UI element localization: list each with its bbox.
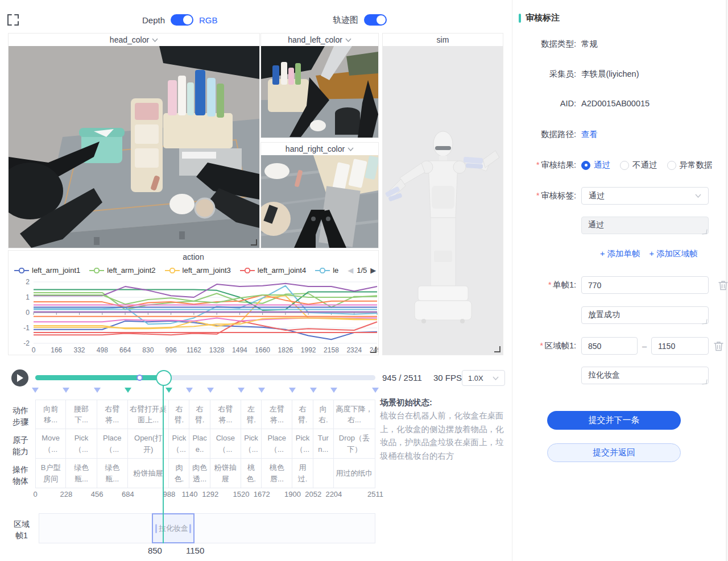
head-camera-selector[interactable]: head_color (9, 34, 259, 46)
resize-handle[interactable] (251, 239, 257, 246)
legend-prev-icon[interactable]: ◀ (348, 267, 353, 274)
region-frame-highlight[interactable]: 拉化妆盒 (152, 513, 195, 543)
required-asterisk: * (536, 160, 539, 169)
step-cell-step[interactable]: 腰部下... (66, 400, 97, 429)
step-cell-step[interactable]: 左臂. (241, 400, 262, 429)
frame-boundary-marker[interactable] (372, 388, 379, 393)
review-result-label: *审核结果: (512, 160, 576, 171)
hand-right-camera-selector[interactable]: hand_right_color (261, 143, 378, 155)
step-cell-object[interactable]: 用过的纸巾 (334, 459, 375, 488)
step-cell-step[interactable]: 高度下降，右... (334, 400, 375, 429)
depth-rgb-switch[interactable] (171, 14, 193, 26)
data-path-view-link[interactable]: 查看 (581, 129, 598, 140)
step-cell-skill[interactable]: Drop（丢下） (334, 429, 375, 459)
step-cell-skill[interactable]: Pick（... (292, 429, 313, 459)
step-cell-step[interactable]: 向右. (313, 400, 334, 429)
legend-item[interactable]: left_arm_joint4 (240, 266, 306, 275)
step-cell-object[interactable]: 肉色透... (189, 459, 210, 488)
svg-text:996: 996 (166, 346, 177, 354)
resize-handle[interactable] (370, 347, 377, 353)
step-cell-skill[interactable]: Place（... (97, 429, 128, 459)
submit-next-button[interactable]: 提交并下一条 (547, 411, 681, 430)
resize-handle[interactable] (494, 346, 500, 352)
delete-region-frame-icon[interactable] (714, 341, 723, 351)
frame-boundary-marker[interactable] (63, 388, 69, 393)
frame-boundary-marker[interactable] (166, 388, 172, 393)
frame-boundary-marker[interactable] (32, 388, 39, 393)
svg-text:2324: 2324 (346, 346, 362, 354)
submit-return-button[interactable]: 提交并返回 (547, 443, 681, 462)
step-cell-step[interactable]: 右臂将... (97, 400, 128, 429)
step-cell-skill[interactable]: Turn... (313, 429, 334, 459)
step-cell-object[interactable]: 桃色唇... (262, 459, 292, 488)
region-end-input[interactable] (651, 337, 709, 355)
step-cell-step[interactable]: 右臂. (169, 400, 189, 429)
legend-item[interactable]: left_arm_joint3 (165, 266, 231, 275)
frame-boundary-marker[interactable] (258, 388, 265, 393)
step-cell-skill[interactable]: Place.. (189, 429, 210, 459)
frame-boundary-marker[interactable] (289, 388, 296, 393)
single-frame-note-row: 放置成功 (512, 306, 709, 326)
single-frame-input[interactable] (581, 276, 709, 294)
fullscreen-icon[interactable] (7, 14, 19, 26)
chevron-down-icon (348, 147, 354, 151)
radio-icon[interactable] (667, 161, 676, 170)
step-cell-object[interactable]: 用过. (292, 459, 313, 488)
steps-axis-label: 0 (33, 490, 37, 498)
review-result-option[interactable]: 异常数据 (667, 160, 713, 171)
frame-boundary-marker[interactable] (330, 388, 337, 393)
step-cell-object[interactable]: 粉饼抽屉 (210, 459, 241, 488)
frame-boundary-marker[interactable] (94, 388, 101, 393)
hand-left-camera-selector[interactable]: hand_left_color (261, 34, 378, 46)
step-cell-object[interactable]: 桃色. (241, 459, 262, 488)
review-result-option[interactable]: 不通过 (620, 160, 657, 171)
step-cell-skill[interactable]: Place（... (262, 429, 292, 459)
region-start-input[interactable] (581, 337, 638, 355)
region-frame-track[interactable]: 拉化妆盒 (39, 513, 375, 543)
slider-handle[interactable] (156, 370, 172, 386)
step-cell-skill[interactable]: Pick（... (241, 429, 262, 459)
step-cell-skill[interactable]: Pick（... (169, 429, 189, 459)
add-region-frame-link[interactable]: + 添加区域帧 (650, 248, 698, 259)
region-left-handle[interactable] (155, 524, 157, 533)
scene-initial-state: 场景初始状态: 梳妆台在机器人前，化妆盒在桌面上，化妆盒的侧边摆放着物品，化妆品… (380, 396, 511, 463)
step-cell-object[interactable]: 绿色瓶... (97, 459, 128, 488)
frame-boundary-marker[interactable] (238, 388, 245, 393)
add-single-frame-link[interactable]: + 添加单帧 (600, 248, 640, 259)
legend-item[interactable]: le (315, 266, 338, 275)
step-cell-object[interactable]: 肉色. (169, 459, 189, 488)
legend-item[interactable]: left_arm_joint1 (14, 266, 80, 275)
single-frame-note-textarea[interactable]: 放置成功 (581, 306, 709, 324)
radio-icon[interactable] (620, 161, 629, 170)
step-cell-skill[interactable]: Move（... (35, 429, 66, 459)
legend-item[interactable]: left_arm_joint2 (89, 266, 155, 275)
step-cell-skill[interactable]: Pick（... (66, 429, 97, 459)
step-cell-object[interactable] (313, 459, 334, 488)
svg-text:166: 166 (51, 346, 62, 354)
radio-selected-icon[interactable] (581, 161, 590, 170)
step-cell-object[interactable]: 绿色瓶... (66, 459, 97, 488)
step-cell-step[interactable]: 向前移... (35, 400, 66, 429)
frame-boundary-marker[interactable] (310, 388, 317, 393)
frame-boundary-marker[interactable] (125, 388, 131, 393)
frame-boundary-marker[interactable] (207, 388, 214, 393)
hand-left-camera-image (261, 46, 378, 138)
review-tag-note-textarea[interactable]: 通过 (581, 217, 709, 234)
speed-select[interactable]: 1.0X (462, 370, 505, 386)
step-cell-skill[interactable]: Close（... (210, 429, 241, 459)
delete-single-frame-icon[interactable] (718, 280, 728, 290)
region-right-handle[interactable] (189, 524, 191, 533)
legend-next-icon[interactable]: ▶ (370, 267, 376, 274)
step-cell-step[interactable]: 右臂. (189, 400, 210, 429)
step-cell-step[interactable]: 右臂. (292, 400, 313, 429)
trajectory-switch[interactable] (364, 14, 387, 26)
frame-boundary-marker[interactable] (186, 388, 193, 393)
review-result-option[interactable]: 通过 (581, 160, 610, 171)
review-tag-select[interactable]: 通过 (581, 187, 709, 205)
region-frame-note-textarea[interactable]: 拉化妆盒 (581, 367, 709, 384)
step-cell-step[interactable]: 左臂将... (262, 400, 292, 429)
play-button[interactable] (11, 369, 28, 387)
timeline-slider[interactable] (35, 375, 375, 380)
step-cell-step[interactable]: 右臂将... (210, 400, 241, 429)
step-cell-object[interactable]: B户型房间 (35, 459, 66, 488)
